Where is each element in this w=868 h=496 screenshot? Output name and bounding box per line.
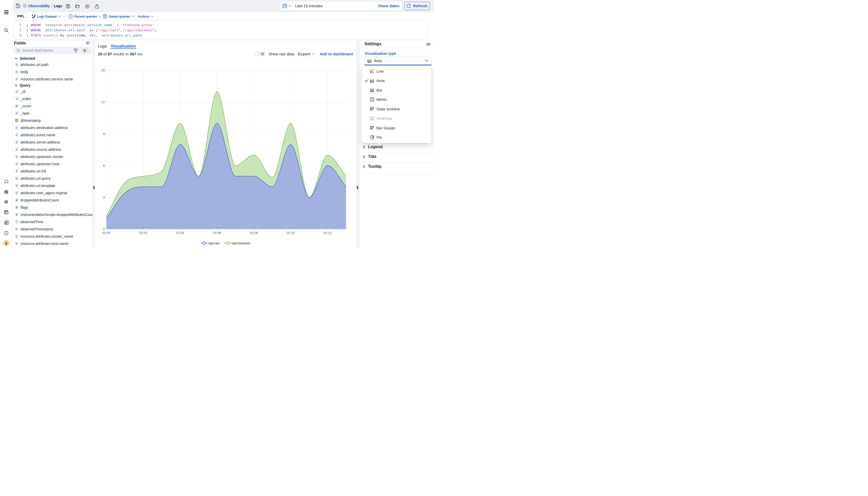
svg-text:/api/checkout: /api/checkout	[231, 241, 250, 245]
svg-text:02:04: 02:04	[176, 231, 184, 235]
svg-text:/api/cart: /api/cart	[208, 241, 220, 245]
svg-text:6: 6	[103, 164, 105, 167]
svg-text:02:06: 02:06	[213, 231, 221, 235]
svg-text:02:02: 02:02	[139, 231, 147, 235]
svg-text:15: 15	[101, 68, 105, 72]
svg-text:8: 8	[371, 98, 373, 101]
svg-text:0: 0	[103, 227, 105, 231]
svg-text:3: 3	[103, 196, 105, 199]
svg-text:02:12: 02:12	[324, 231, 331, 235]
svg-text:02:10: 02:10	[287, 231, 295, 235]
svg-text:12: 12	[101, 100, 105, 104]
svg-text:9: 9	[103, 132, 105, 136]
svg-text:02:08: 02:08	[250, 231, 258, 235]
svg-text:02:00: 02:00	[102, 231, 110, 235]
